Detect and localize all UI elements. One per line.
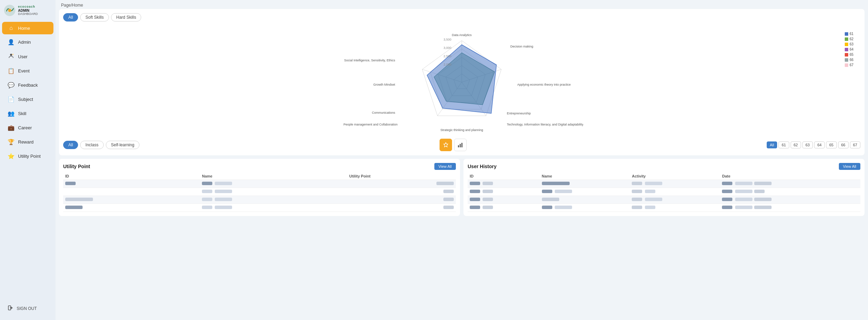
career-icon: 💼: [8, 124, 15, 131]
history-table: ID Name Activity Date: [468, 173, 860, 212]
filter-tab-self-learning[interactable]: Self-learning: [106, 141, 139, 149]
points-placeholder: [443, 198, 454, 201]
signout-button[interactable]: SIGN OUT: [2, 302, 53, 315]
legend-63: 63: [845, 42, 853, 46]
sidebar-label-home: Home: [18, 26, 30, 31]
skill-tab-hard[interactable]: Hard Skills: [111, 13, 141, 21]
name-placeholder: [202, 182, 212, 185]
svg-point-2: [10, 54, 12, 56]
chart-section: All Soft Skills Hard Skills: [59, 9, 865, 155]
number-tab-63[interactable]: 63: [802, 141, 813, 148]
sidebar-item-admin[interactable]: 👤 Admin: [2, 36, 53, 49]
bar-chart-icon-button[interactable]: [454, 139, 467, 151]
sidebar-label-skill: Skill: [18, 111, 26, 116]
event-icon: 📋: [8, 68, 15, 74]
sidebar-item-skill[interactable]: 👥 Skill: [2, 107, 53, 120]
legend-61: 61: [845, 32, 853, 36]
id-placeholder: [65, 182, 76, 185]
chart-legend: 61 62 63 64: [845, 32, 853, 67]
logo-text: ecocoach ADMIN DASHBOARD: [18, 5, 38, 16]
legend-65: 65: [845, 53, 853, 57]
sidebar-item-career[interactable]: 💼 Career: [2, 121, 53, 134]
date-ph3: [754, 190, 765, 193]
table-row: [63, 180, 456, 188]
number-tab-64[interactable]: 64: [814, 141, 825, 148]
skill-tab-soft[interactable]: Soft Skills: [80, 13, 109, 21]
svg-text:Entrepreneurship: Entrepreneurship: [507, 112, 531, 115]
utility-col-points: Utility Point: [347, 173, 456, 180]
svg-text:3,500: 3,500: [443, 38, 451, 41]
svg-text:People management and Collabor: People management and Collaboration: [343, 123, 398, 126]
date-ph: [722, 190, 732, 193]
sidebar-item-feedback[interactable]: 💬 Feedback: [2, 79, 53, 92]
table-row: [468, 196, 860, 204]
utility-icon: ⭐: [8, 153, 15, 159]
name-placeholder2: [215, 182, 232, 185]
table-row: [63, 196, 456, 204]
dashboard-area: All Soft Skills Hard Skills: [56, 9, 868, 320]
number-tab-62[interactable]: 62: [791, 141, 801, 148]
brand-name: ecocoach: [18, 5, 38, 9]
sidebar-item-user[interactable]: User: [2, 50, 53, 63]
history-col-id: ID: [468, 173, 540, 180]
svg-text:Communications: Communications: [372, 111, 395, 114]
number-tab-66[interactable]: 66: [838, 141, 849, 148]
id-ph: [470, 206, 480, 209]
id-ph: [470, 198, 480, 201]
sidebar-item-utility-point[interactable]: ⭐ Utility Point: [2, 150, 53, 163]
filter-tabs: All Inclass Self-learning: [63, 141, 139, 149]
logo-icon: [3, 4, 16, 17]
sidebar-label-admin: Admin: [18, 40, 31, 45]
table-row: [63, 204, 456, 212]
id-ph2: [483, 190, 493, 193]
admin-label: ADMIN: [18, 9, 38, 12]
badge-icon-button[interactable]: [440, 139, 452, 151]
skill-tab-all[interactable]: All: [63, 13, 78, 21]
act-ph: [632, 190, 642, 193]
utility-table: ID Name Utility Point: [63, 173, 456, 212]
act-ph: [632, 182, 642, 185]
skill-tabs: All Soft Skills Hard Skills: [63, 13, 860, 21]
skill-icon: 👥: [8, 110, 15, 117]
filter-tab-inclass[interactable]: Inclass: [80, 141, 103, 149]
utility-view-all-button[interactable]: View All: [434, 163, 456, 170]
name-ph: [542, 190, 552, 193]
sidebar-item-reward[interactable]: 🏆 Reward: [2, 136, 53, 148]
reward-icon: 🏆: [8, 139, 15, 145]
id-ph: [470, 190, 480, 193]
bottom-filter-bar: All Inclass Self-learning: [63, 139, 860, 151]
svg-rect-36: [458, 145, 459, 147]
act-ph: [632, 206, 642, 209]
sidebar-label-event: Event: [18, 68, 29, 73]
name-placeholder2: [215, 190, 232, 193]
history-table-header: User History View All: [468, 163, 860, 170]
name-ph: [542, 198, 559, 201]
points-placeholder: [443, 206, 454, 209]
sidebar-item-event[interactable]: 📋 Event: [2, 64, 53, 77]
subject-icon: 📄: [8, 96, 15, 103]
act-ph: [632, 198, 642, 201]
signout-icon: [8, 305, 13, 312]
logo-area: ecocoach ADMIN DASHBOARD: [0, 0, 56, 20]
signout-label: SIGN OUT: [17, 306, 37, 311]
legend-62: 62: [845, 37, 853, 41]
filter-tab-all[interactable]: All: [63, 141, 78, 149]
history-col-date: Date: [720, 173, 860, 180]
date-ph: [722, 206, 732, 209]
number-tab-all[interactable]: All: [767, 141, 777, 148]
number-tab-67[interactable]: 67: [850, 141, 860, 148]
sidebar-label-utility-point: Utility Point: [18, 154, 41, 159]
svg-text:Applying economic theory into : Applying economic theory into practice: [517, 83, 571, 86]
date-ph3: [754, 206, 772, 209]
points-placeholder: [436, 182, 454, 185]
sidebar-item-home[interactable]: ⌂ Home: [2, 22, 53, 34]
number-tab-61[interactable]: 61: [778, 141, 789, 148]
main-content: Page/Home All Soft Skills Hard Skills: [56, 0, 868, 320]
svg-text:2,500: 2,500: [443, 54, 451, 58]
number-tab-65[interactable]: 65: [826, 141, 836, 148]
sidebar-item-subject[interactable]: 📄 Subject: [2, 93, 53, 106]
name-ph2: [555, 190, 572, 193]
sidebar-label-subject: Subject: [18, 97, 33, 102]
history-view-all-button[interactable]: View All: [839, 163, 860, 170]
feedback-icon: 💬: [8, 82, 15, 88]
